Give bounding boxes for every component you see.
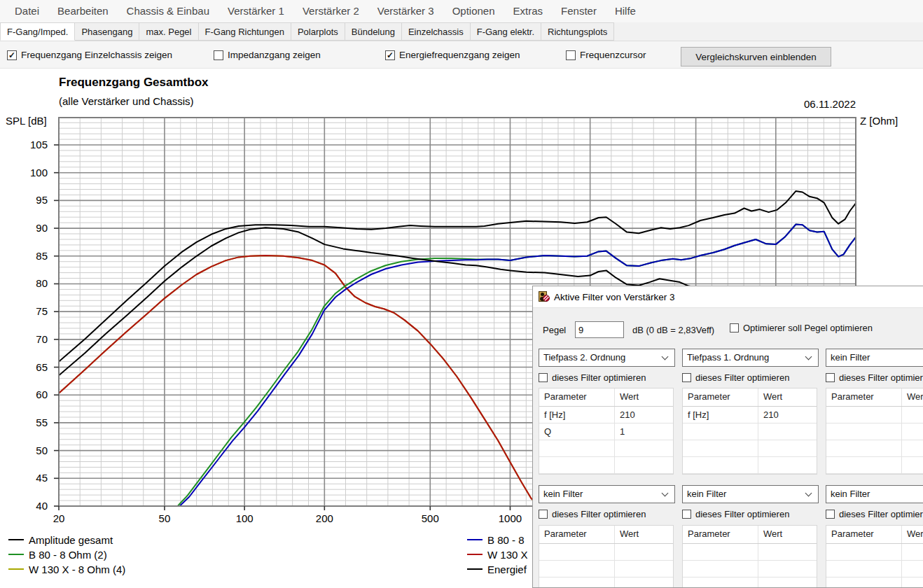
filter-1-1-type-select[interactable]: Tiefpass 2. Ordnung (539, 349, 675, 367)
filter-1-3-param-cell-0 (826, 407, 902, 423)
table-row (683, 457, 817, 474)
filter-2-2-type-select[interactable]: kein Filter (682, 485, 819, 503)
filter-1-2-param-cell-1 (683, 424, 758, 440)
param-header-cell: Parameter (826, 526, 902, 543)
spl-tick-40: 40 (14, 500, 48, 512)
legend-item-w-130-x: W 130 X (467, 548, 528, 561)
filter-1-3-value-cell-3[interactable] (902, 457, 923, 473)
filter-1-1-optimize-checkbox[interactable] (539, 373, 548, 382)
tab-f-gang-richtungen[interactable]: F-Gang Richtungen (199, 22, 291, 41)
filter-1-1-param-cell-3 (539, 457, 615, 473)
filter-2-3-type-value: kein Filter (831, 486, 870, 503)
filter-2-2-type-value: kein Filter (687, 486, 726, 503)
pegel-unit-label: dB (0 dB = 2,83Veff) (632, 325, 714, 335)
dialog-titlebar[interactable]: Aktive Filter von Verstärker 3 (533, 286, 923, 308)
pegel-input[interactable] (575, 321, 624, 338)
tab-b-ndelung[interactable]: Bündelung (345, 22, 402, 41)
table-row (826, 544, 923, 561)
filter-1-3-value-cell-0[interactable] (902, 407, 923, 423)
filter-2-3-type-select[interactable]: kein Filter (826, 485, 923, 503)
tab-f-gang-elektr[interactable]: F-Gang elektr. (471, 22, 541, 41)
energiefrequenzgang-zeigen-checkbox[interactable]: ✓ (385, 50, 395, 60)
filter-2-2-param-cell-0 (683, 544, 758, 560)
tab-max-pegel[interactable]: max. Pegel (139, 22, 198, 41)
filter-2-1-value-cell-2[interactable] (615, 578, 673, 588)
filter-1-3-param-cell-3 (826, 457, 902, 473)
filter-1-1-value-cell-3[interactable] (615, 457, 673, 473)
filter-1-3-type-select[interactable]: kein Filter (826, 349, 923, 367)
menu-item-fenster[interactable]: Fenster (552, 0, 606, 22)
filter-1-2-type-select[interactable]: Tiefpass 1. Ordnung (682, 349, 819, 367)
frequenzgang-einzelchassis-zeigen-checkbox[interactable]: ✓ (7, 50, 17, 60)
filter-2-2-value-cell-0[interactable] (758, 544, 817, 560)
filter-2-3-value-cell-1[interactable] (902, 561, 923, 577)
filter-2-2-value-cell-1[interactable] (758, 561, 817, 577)
filter-1-1-value-cell-2[interactable] (615, 440, 673, 456)
menu-item-verst-rker-2[interactable]: Verstärker 2 (293, 0, 368, 22)
filter-1-2-value-cell-2[interactable] (758, 440, 817, 456)
spl-tick-45: 45 (14, 472, 48, 484)
tab-einzelchassis[interactable]: Einzelchassis (402, 22, 471, 41)
filter-2-1-type-select[interactable]: kein Filter (539, 485, 675, 503)
filter-1-2-optimize-label: dieses Filter optimieren (695, 372, 789, 383)
freq-tick-20: 20 (53, 512, 65, 524)
filter-1-3-value-cell-1[interactable] (902, 424, 923, 440)
legend-label: B 80 - 8 (487, 534, 525, 546)
menu-item-optionen[interactable]: Optionen (443, 0, 504, 22)
table-row (826, 561, 923, 578)
spl-tick-50: 50 (14, 444, 48, 457)
filter-2-3-optimize-label: dieses Filter optimieren (839, 509, 923, 519)
optimize-pegel-checkbox[interactable] (730, 323, 739, 332)
vergleichskurven-button[interactable]: Vergleichskurven einblenden (681, 47, 831, 66)
tab-phasengang[interactable]: Phasengang (75, 22, 139, 41)
filter-1-2-value-cell-1[interactable] (758, 424, 817, 440)
impedanzgang-zeigen-label: Impedanzgang zeigen (228, 50, 321, 60)
table-row: f [Hz]210 (683, 407, 817, 424)
menu-item-chassis-einbau[interactable]: Chassis & Einbau (118, 0, 218, 22)
filter-2-2-table-header: ParameterWert (683, 526, 817, 544)
filter-1-1-value-cell-1[interactable]: 1 (615, 424, 673, 440)
spl-tick-75: 75 (14, 305, 48, 318)
table-row (683, 544, 817, 561)
filter-2-1-param-table: ParameterWert (539, 525, 674, 588)
menu-item-datei[interactable]: Datei (6, 0, 48, 22)
legend-item-w-130-x-8-ohm-4: W 130 X - 8 Ohm (4) (8, 563, 125, 575)
table-row (539, 578, 673, 588)
filter-1-2-optimize-checkbox[interactable] (682, 373, 691, 382)
energiefrequenzgang-zeigen-label: Energiefrequenzgang zeigen (399, 50, 520, 60)
filter-2-1-value-cell-1[interactable] (615, 561, 673, 577)
filter-2-3-optimize-checkbox[interactable] (826, 510, 835, 519)
filter-1-3-param-cell-1 (826, 424, 902, 440)
menu-item-extras[interactable]: Extras (504, 0, 553, 22)
filter-1-3-param-table: ParameterWert (826, 388, 923, 475)
menu-item-verst-rker-1[interactable]: Verstärker 1 (218, 0, 293, 22)
filter-2-3-value-cell-0[interactable] (902, 544, 923, 560)
tab-richtungsplots[interactable]: Richtungsplots (541, 22, 614, 41)
filter-1-2-param-table: ParameterWertf [Hz]210 (682, 388, 817, 475)
filter-1-2-value-cell-3[interactable] (758, 457, 817, 473)
table-row (539, 561, 673, 578)
filter-1-2-optimize-row: dieses Filter optimieren (682, 372, 789, 383)
filter-2-1-value-cell-0[interactable] (615, 544, 673, 560)
menu-item-bearbeiten[interactable]: Bearbeiten (48, 0, 118, 22)
filter-1-3-value-cell-2[interactable] (902, 440, 923, 456)
freq-tick-500: 500 (422, 512, 439, 524)
tab-polarplots[interactable]: Polarplots (291, 22, 345, 41)
filter-1-1-value-cell-0[interactable]: 210 (615, 407, 673, 423)
filter-2-2-param-cell-2 (683, 578, 758, 588)
impedanzgang-zeigen-checkbox[interactable] (214, 50, 223, 60)
menu-item-verst-rker-3[interactable]: Verstärker 3 (368, 0, 443, 22)
pegel-label: Pegel (543, 325, 566, 335)
wert-header-cell: Wert (758, 388, 817, 406)
frequenzcursor-checkbox[interactable] (566, 50, 576, 60)
tab-f-gang-imped[interactable]: F-Gang/Imped. (0, 22, 75, 41)
menu-item-hilfe[interactable]: Hilfe (606, 0, 645, 22)
filter-1-3-optimize-checkbox[interactable] (826, 373, 835, 382)
param-header-cell: Parameter (826, 388, 902, 406)
filter-2-2-value-cell-2[interactable] (758, 578, 817, 588)
filter-2-2-optimize-checkbox[interactable] (682, 510, 691, 519)
filter-1-2-value-cell-0[interactable]: 210 (758, 407, 817, 423)
filter-2-1-optimize-checkbox[interactable] (539, 510, 548, 519)
spl-tick-60: 60 (14, 388, 48, 401)
filter-2-3-value-cell-2[interactable] (902, 578, 923, 588)
